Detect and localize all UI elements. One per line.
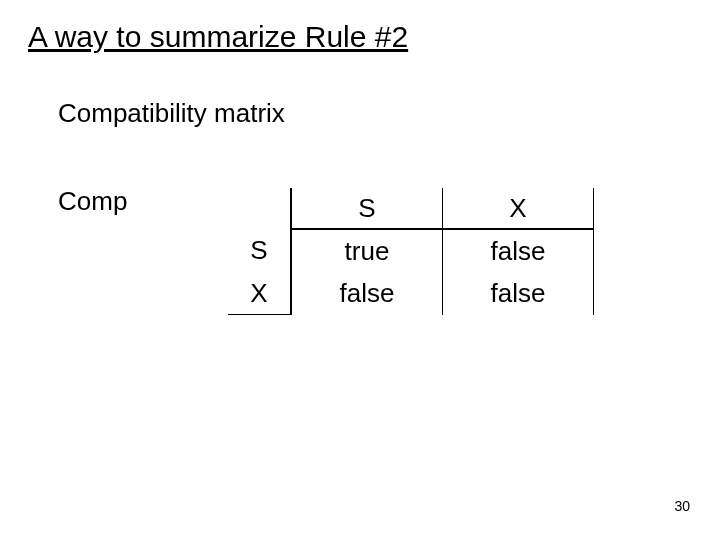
table-cell: false [443, 229, 594, 272]
row-header: X [228, 272, 291, 315]
table-cell: false [291, 272, 443, 315]
table-cell: false [443, 272, 594, 315]
row-header: S [228, 229, 291, 272]
page-number: 30 [674, 498, 690, 514]
column-header: X [443, 188, 594, 229]
column-header: S [291, 188, 443, 229]
slide-title: A way to summarize Rule #2 [28, 20, 408, 54]
header-corner [228, 188, 291, 229]
slide: A way to summarize Rule #2 Compatibility… [0, 0, 720, 540]
compatibility-matrix: S X S true false X false false [228, 188, 594, 315]
table-row: X false false [228, 272, 594, 315]
matrix-label: Comp [58, 186, 127, 217]
table-row: S true false [228, 229, 594, 272]
matrix-table: S X S true false X false false [228, 188, 594, 315]
table-cell: true [291, 229, 443, 272]
slide-subtitle: Compatibility matrix [58, 98, 285, 129]
table-header-row: S X [228, 188, 594, 229]
